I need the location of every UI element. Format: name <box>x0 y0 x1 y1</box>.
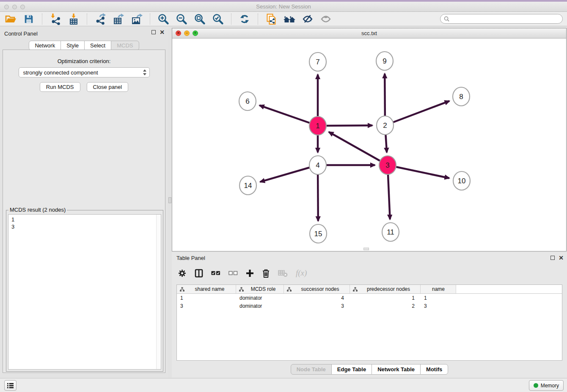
select-all-columns-button[interactable] <box>211 271 220 276</box>
create-column-button[interactable] <box>246 269 254 277</box>
tab-select[interactable]: Select <box>84 41 111 50</box>
toolbar-separator <box>42 14 42 25</box>
close-panel-icon[interactable]: ✕ <box>160 30 165 34</box>
node-10[interactable]: 10 <box>453 171 470 190</box>
hide-selected-button[interactable] <box>301 13 314 25</box>
trash-icon <box>262 269 270 278</box>
memory-button[interactable]: Memory <box>529 380 564 391</box>
column-header-shared-name[interactable]: shared name <box>177 285 236 293</box>
zoom-selected-icon <box>212 13 224 25</box>
status-bar: Memory <box>0 378 567 392</box>
edge-1-6[interactable] <box>259 105 318 126</box>
result-scrollbar[interactable] <box>156 215 161 369</box>
task-history-button[interactable] <box>4 380 17 391</box>
tree-icon <box>180 287 184 292</box>
node-label: 2 <box>383 121 387 130</box>
float-table-panel-icon[interactable] <box>550 256 555 260</box>
table-toolbar: f(x) <box>178 265 307 281</box>
delete-table-button[interactable] <box>278 269 288 277</box>
save-session-button[interactable] <box>22 13 35 25</box>
column-layout-button[interactable] <box>195 269 203 278</box>
first-neighbors-button[interactable] <box>283 13 296 25</box>
zoom-fit-icon <box>194 13 206 25</box>
tab-node-table[interactable]: Node Table <box>291 364 332 375</box>
table-cell: 2 <box>350 303 421 310</box>
eye-slash-icon <box>302 13 314 25</box>
export-table-button[interactable] <box>112 13 125 25</box>
import-network-button[interactable] <box>49 13 62 25</box>
edge-3-10[interactable] <box>388 165 449 178</box>
node-9[interactable]: 9 <box>376 52 393 70</box>
deselect-all-columns-button[interactable] <box>228 271 238 276</box>
node-6[interactable]: 6 <box>239 92 256 110</box>
node-4[interactable]: 4 <box>309 156 326 174</box>
node-11[interactable]: 11 <box>382 223 399 241</box>
export-image-button[interactable] <box>130 13 143 25</box>
criterion-dropdown[interactable]: strongly connected component <box>19 67 150 77</box>
column-header-name[interactable]: name <box>421 285 456 293</box>
node-label: 7 <box>316 58 319 66</box>
node-8[interactable]: 8 <box>453 87 470 106</box>
column-header-successor-nodes[interactable]: successor nodes <box>284 285 350 293</box>
column-header-MCDS-role[interactable]: MCDS role <box>236 285 284 293</box>
open-session-button[interactable] <box>4 13 17 25</box>
canvas-resize-handle[interactable] <box>363 248 369 250</box>
mcds-result-list[interactable]: 1 3 <box>8 214 161 370</box>
tab-style[interactable]: Style <box>61 41 85 50</box>
tab-network-table[interactable]: Network Table <box>372 364 421 375</box>
table-cell: 1 <box>350 295 421 302</box>
float-panel-icon[interactable] <box>151 30 156 34</box>
run-mcds-button[interactable]: Run MCDS <box>40 82 80 92</box>
column-header-predecessor-nodes[interactable]: predecessor nodes <box>350 285 421 293</box>
zoom-in-button[interactable] <box>157 13 170 25</box>
node-15[interactable]: 15 <box>310 224 327 243</box>
search-input[interactable] <box>451 16 559 22</box>
node-14[interactable]: 14 <box>239 176 256 195</box>
refresh-view-button[interactable] <box>238 13 251 25</box>
node-label: 9 <box>383 57 386 65</box>
table-cell: 3 <box>177 303 236 310</box>
node-2[interactable]: 2 <box>377 116 394 135</box>
zoom-selected-button[interactable] <box>212 13 224 25</box>
table-row[interactable]: 1dominator411 <box>177 295 562 302</box>
dropdown-stepper-icon <box>143 69 147 76</box>
network-window-title: scc.txt <box>172 30 566 36</box>
tab-network[interactable]: Network <box>29 41 61 50</box>
clone-network-button[interactable] <box>265 13 278 25</box>
edge-2-8[interactable] <box>385 101 449 125</box>
node-1[interactable]: 1 <box>309 116 326 135</box>
table-row[interactable]: 3dominator323 <box>177 303 562 310</box>
import-table-button[interactable] <box>67 13 80 25</box>
search-field[interactable] <box>440 14 563 24</box>
function-builder-button[interactable]: f(x) <box>296 268 307 278</box>
clone-network-icon <box>265 13 277 25</box>
folder-open-icon <box>5 13 17 25</box>
export-network-icon <box>94 13 106 25</box>
table-delete-icon <box>278 269 288 277</box>
table-settings-button[interactable] <box>178 269 187 278</box>
export-network-button[interactable] <box>94 13 107 25</box>
node-7[interactable]: 7 <box>309 52 326 71</box>
network-window-titlebar[interactable]: ✕ − + scc.txt <box>172 28 566 39</box>
panel-splitter-handle[interactable] <box>168 197 171 203</box>
list-icon <box>7 382 14 389</box>
table-panel: Table Panel ✕ <box>172 252 567 378</box>
zoom-fit-button[interactable] <box>193 13 206 25</box>
tab-mcds[interactable]: MCDS <box>111 41 139 50</box>
tab-edge-table[interactable]: Edge Table <box>331 364 372 375</box>
show-all-button[interactable] <box>319 13 332 25</box>
delete-column-button[interactable] <box>262 269 270 278</box>
unchecked-boxes-icon <box>228 271 238 276</box>
memory-label: Memory <box>541 383 559 389</box>
gear-icon <box>178 269 187 278</box>
tab-motifs[interactable]: Motifs <box>420 364 448 375</box>
node-3[interactable]: 3 <box>379 156 396 174</box>
close-table-panel-icon[interactable]: ✕ <box>559 256 564 260</box>
node-label: 1 <box>316 122 319 130</box>
close-panel-button[interactable]: Close panel <box>87 82 129 92</box>
toolbar-separator <box>258 14 258 25</box>
network-canvas[interactable]: 7968124314101511 <box>172 39 566 251</box>
result-line: 3 <box>11 223 158 230</box>
edge-3-1[interactable] <box>329 132 388 165</box>
zoom-out-button[interactable] <box>175 13 188 25</box>
